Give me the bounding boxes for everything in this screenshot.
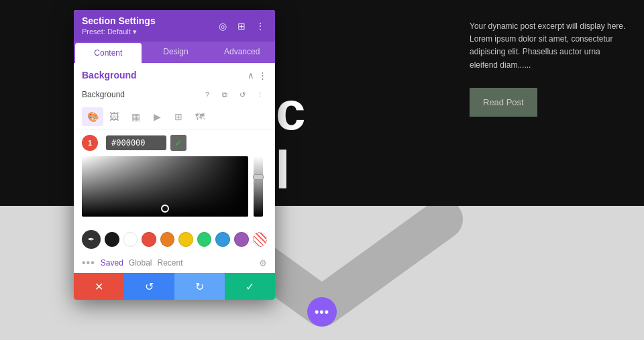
color-picker-area: 1 ✓ bbox=[74, 129, 275, 226]
recent-tab[interactable]: Recent bbox=[158, 258, 183, 268]
section-more-icon[interactable]: ⋮ bbox=[258, 70, 267, 80]
background-section-icons: ∧ ⋮ bbox=[248, 70, 267, 80]
panel-preset[interactable]: Preset: Default ▾ bbox=[82, 27, 156, 36]
panel-header-left: Section Settings Preset: Default ▾ bbox=[82, 15, 156, 36]
bg-more-icon[interactable]: ⋮ bbox=[252, 87, 267, 102]
help-icon[interactable]: ? bbox=[200, 87, 215, 102]
saved-tabs-row: ••• Saved Global Recent ⚙ bbox=[74, 253, 275, 273]
reset-icon[interactable]: ↺ bbox=[235, 87, 250, 102]
hue-slider[interactable] bbox=[254, 156, 263, 217]
more-icon[interactable]: ⋮ bbox=[254, 19, 267, 33]
hue-thumb[interactable] bbox=[253, 174, 264, 180]
swatch-purple[interactable] bbox=[234, 232, 249, 247]
undo-button[interactable]: ↺ bbox=[124, 273, 174, 300]
video-type-btn[interactable]: ▶ bbox=[146, 107, 168, 126]
tab-content[interactable]: Content bbox=[75, 43, 142, 63]
gradient-type-btn[interactable]: ▦ bbox=[125, 107, 146, 126]
background-section-title: Background bbox=[82, 70, 137, 80]
swatch-black[interactable] bbox=[105, 232, 119, 247]
map-type-btn[interactable]: 🗺 bbox=[189, 107, 211, 126]
swatch-white[interactable] bbox=[123, 232, 138, 247]
swatch-blue[interactable] bbox=[215, 232, 230, 247]
panel-footer: ✕ ↺ ↻ ✓ bbox=[74, 273, 275, 300]
background-section-header: Background ∧ ⋮ bbox=[74, 63, 275, 84]
swatch-striped[interactable] bbox=[253, 232, 268, 247]
purple-dot-icon: ••• bbox=[315, 305, 329, 319]
swatch-red[interactable] bbox=[142, 232, 156, 247]
hex-color-input[interactable] bbox=[106, 135, 166, 150]
panel-header: Section Settings Preset: Default ▾ ◎ ⊞ ⋮ bbox=[74, 10, 275, 42]
saved-settings-icon[interactable]: ⚙ bbox=[259, 258, 267, 268]
panel-body: Background ∧ ⋮ Background ? ⧉ ↺ ⋮ 🎨 🖼 ▦ … bbox=[74, 63, 275, 273]
collapse-icon[interactable]: ∧ bbox=[248, 70, 254, 80]
grid-icon[interactable]: ⊞ bbox=[235, 19, 248, 33]
background-control-icons: ? ⧉ ↺ ⋮ bbox=[200, 87, 267, 102]
image-type-btn[interactable]: 🖼 bbox=[103, 107, 125, 126]
swatch-orange[interactable] bbox=[160, 232, 175, 247]
purple-dot-button[interactable]: ••• bbox=[307, 297, 337, 327]
panel-header-icons: ◎ ⊞ ⋮ bbox=[216, 19, 267, 33]
panel-tabs: Content Design Advanced bbox=[74, 42, 275, 63]
background-type-selector: 🎨 🖼 ▦ ▶ ⊞ 🗺 bbox=[74, 105, 275, 129]
color-gradient-picker[interactable] bbox=[82, 156, 248, 217]
redo-button[interactable]: ↻ bbox=[174, 273, 225, 300]
gradient-crosshair[interactable] bbox=[161, 205, 169, 213]
tab-design[interactable]: Design bbox=[143, 42, 209, 63]
step-badge: 1 bbox=[82, 135, 98, 151]
swatch-green[interactable] bbox=[197, 232, 212, 247]
background-label-row: Background ? ⧉ ↺ ⋮ bbox=[74, 84, 275, 105]
excerpt-text: Your dynamic post excerpt will display h… bbox=[470, 20, 631, 72]
swatches-more-button[interactable]: ••• bbox=[82, 257, 95, 269]
section-settings-panel: Section Settings Preset: Default ▾ ◎ ⊞ ⋮… bbox=[74, 10, 275, 300]
eyedropper-button[interactable]: ✒ bbox=[82, 230, 101, 249]
saved-tab[interactable]: Saved bbox=[101, 258, 123, 268]
background-label: Background bbox=[82, 90, 195, 99]
cancel-button[interactable]: ✕ bbox=[74, 273, 124, 300]
target-icon[interactable]: ◎ bbox=[216, 19, 229, 33]
panel-title: Section Settings bbox=[82, 15, 156, 26]
apply-color-button[interactable]: ✓ bbox=[170, 135, 186, 151]
pattern-type-btn[interactable]: ⊞ bbox=[168, 107, 189, 126]
color-type-btn[interactable]: 🎨 bbox=[82, 107, 103, 126]
save-button[interactable]: ✓ bbox=[225, 273, 275, 300]
read-post-button[interactable]: Read Post bbox=[470, 88, 537, 117]
tab-advanced[interactable]: Advanced bbox=[209, 42, 275, 63]
global-tab[interactable]: Global bbox=[129, 258, 152, 268]
color-swatches-row: ✒ bbox=[74, 226, 275, 253]
swatch-yellow[interactable] bbox=[178, 232, 193, 247]
copy-icon[interactable]: ⧉ bbox=[217, 87, 232, 102]
